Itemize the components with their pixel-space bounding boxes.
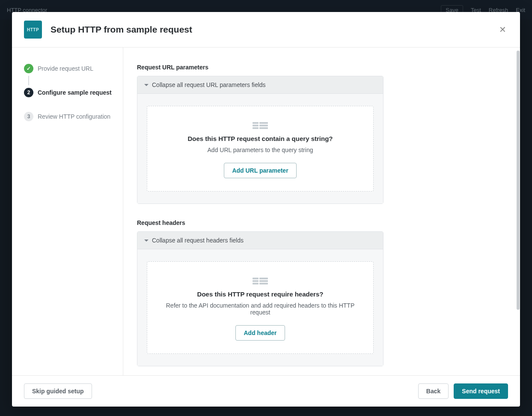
url-params-section: Request URL parameters Collapse all requ… (137, 64, 383, 204)
panel-body: Does this HTTP request require headers? … (137, 249, 383, 366)
add-header-button[interactable]: Add header (235, 325, 285, 341)
modal-title: Setup HTTP from sample request (51, 24, 192, 35)
modal-content: Request URL parameters Collapse all requ… (123, 48, 397, 375)
http-icon: HTTP (24, 21, 42, 39)
close-button[interactable]: ✕ (497, 23, 508, 36)
scrollbar[interactable] (517, 51, 520, 374)
headers-panel: Collapse all request headers fields Does… (137, 231, 383, 366)
back-button[interactable]: Back (418, 383, 449, 399)
form-fields-icon (253, 278, 268, 284)
check-icon (24, 64, 33, 73)
empty-state-card: Does this HTTP request require headers? … (147, 261, 374, 354)
panel-body: Does this HTTP request contain a query s… (137, 94, 383, 204)
form-fields-icon (253, 122, 268, 129)
step-provide-url[interactable]: Provide request URL (24, 64, 113, 73)
step-number: 3 (24, 112, 33, 121)
url-params-panel: Collapse all request URL parameters fiel… (137, 76, 383, 204)
close-icon: ✕ (499, 25, 506, 34)
collapse-label: Collapse all request headers fields (152, 237, 244, 244)
scrollbar-thumb[interactable] (517, 51, 520, 310)
step-review-config[interactable]: 3 Review HTTP configuration (24, 112, 113, 121)
section-title: Request URL parameters (137, 64, 383, 71)
add-url-parameter-button[interactable]: Add URL parameter (224, 163, 296, 178)
step-connector (28, 100, 29, 109)
collapse-toggle[interactable]: Collapse all request headers fields (137, 232, 383, 249)
empty-state-card: Does this HTTP request contain a query s… (147, 106, 374, 192)
modal-body: Provide request URL 2 Configure sample r… (12, 48, 520, 375)
step-label: Configure sample request (38, 89, 112, 96)
empty-heading: Does this HTTP request require headers? (158, 290, 363, 298)
modal-header: HTTP Setup HTTP from sample request ✕ (12, 12, 520, 48)
section-title: Request headers (137, 219, 383, 226)
step-configure-request[interactable]: 2 Configure sample request (24, 88, 113, 97)
step-label: Provide request URL (38, 65, 93, 72)
step-label: Review HTTP configuration (38, 113, 110, 120)
collapse-toggle[interactable]: Collapse all request URL parameters fiel… (137, 76, 383, 94)
setup-modal: HTTP Setup HTTP from sample request ✕ Pr… (12, 12, 520, 407)
headers-section: Request headers Collapse all request hea… (137, 219, 383, 366)
step-number: 2 (24, 88, 33, 97)
chevron-down-icon (144, 84, 149, 86)
empty-subtext: Refer to the API documentation and add r… (158, 302, 363, 316)
send-request-button[interactable]: Send request (454, 383, 508, 399)
skip-guided-setup-button[interactable]: Skip guided setup (24, 383, 92, 399)
step-connector (28, 76, 29, 85)
wizard-steps: Provide request URL 2 Configure sample r… (12, 48, 123, 375)
chevron-down-icon (144, 239, 149, 242)
modal-footer: Skip guided setup Back Send request (12, 375, 520, 407)
collapse-label: Collapse all request URL parameters fiel… (152, 81, 266, 88)
empty-heading: Does this HTTP request contain a query s… (158, 135, 363, 142)
empty-subtext: Add URL parameters to the query string (158, 147, 363, 153)
